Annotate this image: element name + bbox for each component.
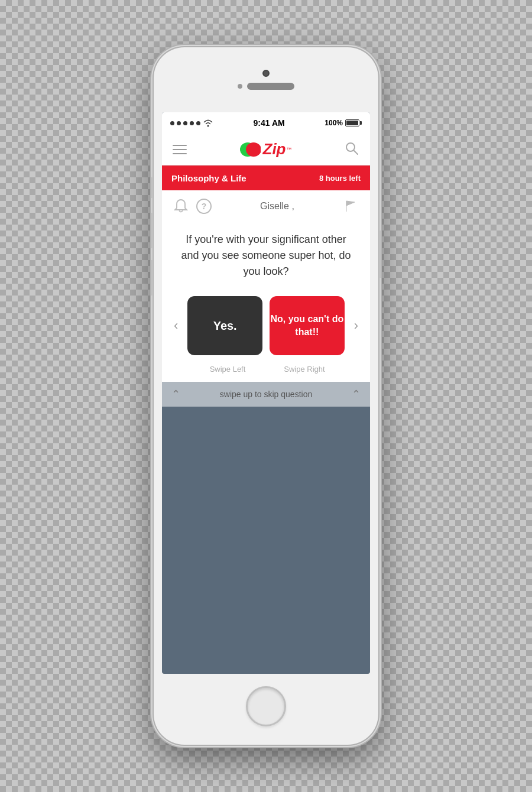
signal-area	[170, 119, 213, 127]
swipe-labels: Swipe Left Swipe Right	[162, 365, 370, 382]
flag-icon[interactable]	[343, 199, 358, 214]
skip-bar[interactable]: ⌃ swipe up to skip question ⌃	[162, 382, 370, 407]
volume-up-button[interactable]	[151, 213, 153, 248]
prev-arrow[interactable]: ‹	[171, 318, 180, 333]
answer-no-button[interactable]: No, you can't do that!!	[270, 296, 345, 355]
logo-text: Zip	[263, 140, 286, 158]
wifi-icon	[203, 119, 213, 127]
category-timer: 8 hours left	[319, 174, 361, 183]
search-icon	[344, 141, 359, 156]
category-title: Philosophy & Life	[171, 173, 246, 183]
category-banner: Philosophy & Life 8 hours left	[162, 165, 370, 190]
status-time: 9:41 AM	[254, 118, 285, 128]
question-card: ? Giselle , If you're with your signific…	[162, 190, 370, 382]
speaker-dot	[238, 84, 242, 89]
power-button[interactable]	[379, 231, 381, 278]
skip-chevron-left: ⌃	[171, 388, 180, 401]
bell-icon[interactable]	[174, 199, 188, 214]
signal-dot	[183, 121, 187, 125]
svg-line-4	[354, 150, 358, 154]
answer-yes-button[interactable]: Yes.	[187, 296, 262, 355]
next-arrow[interactable]: ›	[352, 318, 361, 333]
skip-text: swipe up to skip question	[220, 389, 312, 399]
answer-no-label: No, you can't do that!!	[270, 313, 345, 339]
signal-dot	[196, 121, 200, 125]
app-logo: Zip ™	[239, 140, 292, 158]
battery-icon	[345, 119, 362, 126]
search-button[interactable]	[344, 141, 359, 158]
answer-yes-label: Yes.	[213, 319, 237, 333]
volume-down-button[interactable]	[151, 260, 153, 296]
hamburger-line	[173, 149, 187, 150]
battery-area: 100%	[325, 119, 362, 127]
signal-dot	[177, 121, 181, 125]
phone-bottom	[154, 674, 378, 739]
user-name: Giselle ,	[260, 201, 294, 212]
swipe-left-label: Swipe Left	[171, 365, 266, 374]
speaker	[238, 83, 294, 90]
mute-button[interactable]	[151, 177, 153, 198]
camera	[262, 70, 270, 77]
logo-trademark: ™	[287, 147, 292, 152]
signal-dot	[170, 121, 174, 125]
svg-point-2	[246, 142, 261, 157]
logo-bubbles	[239, 141, 261, 158]
nav-bar: Zip ™	[162, 134, 370, 165]
menu-button[interactable]	[173, 145, 187, 154]
hamburger-line	[173, 153, 187, 154]
skip-chevron-right: ⌃	[352, 388, 361, 401]
hamburger-line	[173, 145, 187, 146]
swipe-right-label: Swipe Right	[266, 365, 361, 374]
question-text: If you're with your significant other an…	[162, 220, 370, 296]
signal-dot	[190, 121, 194, 125]
phone-top	[154, 47, 378, 112]
card-header: ? Giselle ,	[162, 190, 370, 220]
bottom-dark-area	[162, 407, 370, 643]
status-bar: 9:41 AM 100%	[162, 112, 370, 134]
svg-point-0	[207, 125, 209, 127]
home-button[interactable]	[246, 686, 286, 726]
battery-percent: 100%	[325, 119, 343, 127]
help-icon[interactable]: ?	[196, 199, 212, 214]
speaker-grill	[247, 83, 294, 90]
answers-row: ‹ Yes. No, you can't do that!! ›	[162, 296, 370, 365]
phone-screen: 9:41 AM 100%	[162, 112, 370, 674]
phone-shell: 9:41 AM 100%	[154, 47, 378, 745]
card-icons-left: ?	[174, 199, 212, 214]
